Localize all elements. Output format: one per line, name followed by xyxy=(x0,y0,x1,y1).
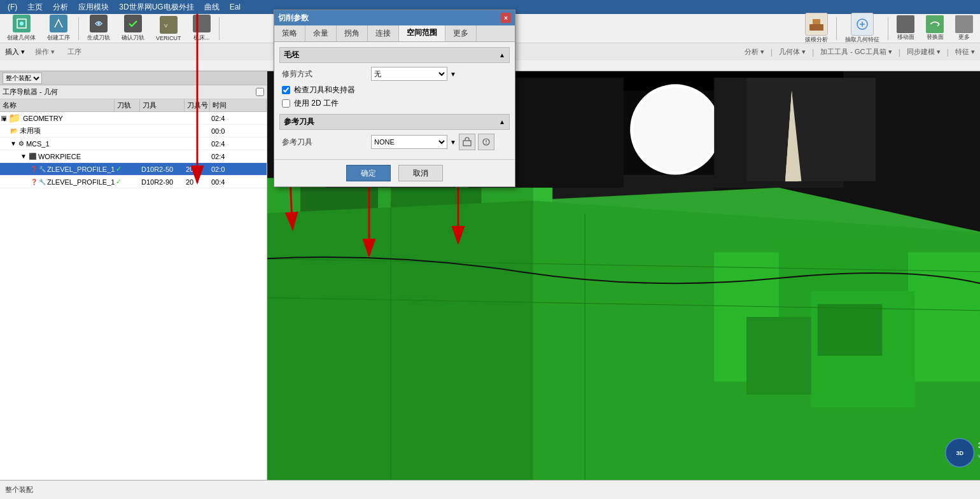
cancel-button[interactable]: 取消 xyxy=(398,165,443,181)
svg-rect-5 xyxy=(813,19,820,24)
toolbar-label-gctool: 加工工具 - GC工具箱 ▾ xyxy=(820,47,892,57)
section-blank-chevron[interactable]: ▲ xyxy=(499,52,505,59)
check-tool-holder-row: 检查刀具和夹持器 xyxy=(279,85,510,95)
btn-more-gc[interactable]: 更多 xyxy=(951,13,977,43)
tree-row-unused[interactable]: 📂 未用项 00:0 xyxy=(0,125,267,137)
nav-tree: ▼ 📁 GEOMETRY 02:4 📂 未用项 00:0 xyxy=(0,112,267,480)
btn-verify[interactable]: 确认刀轨 xyxy=(117,13,149,44)
svg-rect-24 xyxy=(746,78,876,181)
svg-text:V: V xyxy=(164,23,168,29)
status-text: 整个装配 xyxy=(5,485,33,495)
check-tool-holder-label: 检查刀具和夹持器 xyxy=(294,85,355,95)
nav-table-header: 名称 刀轨 刀具 刀具号 时间 xyxy=(0,99,267,112)
ref-tool-row: 参考刀具 NONE ▼ xyxy=(279,134,510,150)
menu-item-analysis[interactable]: 分析 xyxy=(48,1,73,14)
tab-connect[interactable]: 连接 xyxy=(368,25,399,41)
toolbar-label-feature: 特征 ▾ xyxy=(955,47,975,57)
svg-rect-4 xyxy=(809,24,823,31)
trim-method-control: 无 轮廓线 到层 ▼ xyxy=(371,67,507,81)
btn-move-face[interactable]: 移动面 xyxy=(892,13,919,43)
svg-marker-15 xyxy=(267,200,533,480)
toolbar-label-analysis: 分析 ▾ xyxy=(745,47,764,57)
svg-text:3D: 3D xyxy=(956,450,963,456)
section-blank-header[interactable]: 毛坯 ▲ xyxy=(279,47,510,63)
nav-title: 工序导航器 - 几何 xyxy=(3,87,58,97)
svg-rect-31 xyxy=(818,304,883,356)
menu-item-home[interactable]: 主页 xyxy=(22,1,48,14)
use-2d-workpiece-row: 使用 2D 工件 xyxy=(279,98,510,109)
subbar: 整个装配 xyxy=(0,71,267,85)
section-reftool-header[interactable]: 参考刀具 ▲ xyxy=(279,114,510,130)
left-panel: 整个装配 工序导航器 - 几何 名称 刀轨 刀具 刀具号 时间 ▼ 📁 GEOM… xyxy=(0,71,267,480)
btn-create-op[interactable]: 创建工序 xyxy=(43,13,74,44)
subbar-select[interactable]: 整个装配 xyxy=(3,73,42,84)
tree-row-mcs1[interactable]: ▼ ⚙ MCS_1 02:4 xyxy=(0,137,267,150)
dialog-titlebar: 切削参数 × xyxy=(274,10,515,25)
col-header-toolno: 刀具号 xyxy=(185,99,210,111)
dialog-close-button[interactable]: × xyxy=(501,13,511,23)
ref-tool-dropdown-icon: ▼ xyxy=(450,139,456,146)
menu-item-modules[interactable]: 应用模块 xyxy=(73,1,114,14)
section-reftool-title: 参考刀具 xyxy=(284,116,314,127)
toolbar-sep-text: | xyxy=(771,48,773,57)
menu-item-eal[interactable]: Eal xyxy=(225,1,246,13)
trim-method-row: 修剪方式 无 轮廓线 到层 ▼ xyxy=(279,67,510,81)
section-reftool-chevron[interactable]: ▲ xyxy=(499,118,505,125)
toolbar-sep-4 xyxy=(888,17,888,40)
btn-generate[interactable]: 生成刀轨 xyxy=(83,13,115,44)
dialog-content: 毛坯 ▲ 修剪方式 无 轮廓线 到层 ▼ 检查刀具和夹持器 xyxy=(274,42,515,159)
toolbar-label-geom: 几何体 ▾ xyxy=(779,47,806,57)
svg-rect-42 xyxy=(463,141,471,146)
toolbar-sep-2 xyxy=(219,17,220,40)
ok-button[interactable]: 确定 xyxy=(346,165,391,181)
btn-extract-geom[interactable]: 抽取几何特征 xyxy=(841,11,884,46)
section-blank-title: 毛坯 xyxy=(284,50,299,60)
menu-item-plugin[interactable]: 3D世界网UG电极外挂 xyxy=(114,1,199,14)
svg-point-20 xyxy=(633,87,717,171)
btn-vericut[interactable]: V VERICUT xyxy=(151,14,186,43)
menu-item-file[interactable]: (F) xyxy=(3,1,22,13)
tree-row-geometry[interactable]: ▼ 📁 GEOMETRY 02:4 xyxy=(0,112,267,125)
svg-point-2 xyxy=(97,22,100,25)
tree-row-workpiece[interactable]: ▼ ⬛ WORKPIECE 02:4 xyxy=(0,150,267,163)
btn-draft-analysis[interactable]: 拔模分析 xyxy=(801,11,832,46)
trim-method-label: 修剪方式 xyxy=(282,69,371,80)
dialog-tabs: 策略 余量 拐角 连接 空间范围 更多 xyxy=(274,25,515,42)
tab-space-range[interactable]: 空间范围 xyxy=(399,25,445,41)
toolbar-sep-1 xyxy=(78,17,79,40)
ref-tool-select[interactable]: NONE xyxy=(371,135,447,149)
btn-machine[interactable]: 机床... xyxy=(188,13,215,44)
tab-strategy[interactable]: 策略 xyxy=(274,25,305,41)
tree-row-zlevel1[interactable]: ❓ 🔧 ZLEVEL_PROFILE_1 ✓ D10R2-50 20 02:0 xyxy=(0,163,267,176)
use-2d-workpiece-checkbox[interactable] xyxy=(282,99,290,108)
ref-tool-icon-btn1[interactable] xyxy=(459,134,475,150)
svg-point-1 xyxy=(20,22,24,25)
btn-create-geom[interactable]: 创建几何体 xyxy=(3,13,40,44)
dialog-footer: 确定 取消 xyxy=(274,159,515,186)
svg-point-45 xyxy=(486,143,487,144)
tab-corner[interactable]: 拐角 xyxy=(337,25,368,41)
col-header-track: 刀轨 xyxy=(115,99,140,111)
col-header-name: 名称 xyxy=(0,99,115,111)
cutting-params-dialog[interactable]: 切削参数 × 策略 余量 拐角 连接 空间范围 更多 毛坯 ▲ 修剪方式 xyxy=(274,10,515,187)
nav-header: 工序导航器 - 几何 xyxy=(0,85,267,99)
tab-stock[interactable]: 余量 xyxy=(305,25,337,41)
ref-tool-control: NONE ▼ xyxy=(371,134,507,150)
menu-item-curve[interactable]: 曲线 xyxy=(199,1,225,14)
ref-tool-label: 参考刀具 xyxy=(282,137,371,148)
use-2d-workpiece-label: 使用 2D 工件 xyxy=(294,98,339,109)
trim-method-select[interactable]: 无 轮廓线 到层 xyxy=(371,67,447,81)
toolbar-sep-3 xyxy=(836,17,837,40)
btn-replace-face[interactable]: 替换面 xyxy=(921,13,948,43)
toolbar-label-insert: 插入 ▾ xyxy=(3,47,27,57)
toolbar-label-op: 操作 ▾ xyxy=(30,47,60,57)
toolbar-label-syncmodel: 同步建模 ▾ xyxy=(907,47,941,57)
tree-row-zlevel2[interactable]: ❓ 🔧 ZLEVEL_PROFILE_1... ✓ D10R2-90 20 00… xyxy=(0,176,267,188)
tab-more[interactable]: 更多 xyxy=(445,25,477,41)
check-tool-holder-checkbox[interactable] xyxy=(282,86,290,94)
ref-tool-icon-btn2[interactable] xyxy=(478,134,494,150)
nav-checkbox[interactable] xyxy=(256,88,264,96)
dialog-title: 切削参数 xyxy=(278,13,309,24)
status-bar: 整个装配 xyxy=(0,480,980,499)
col-header-time: 时间 xyxy=(210,99,267,111)
